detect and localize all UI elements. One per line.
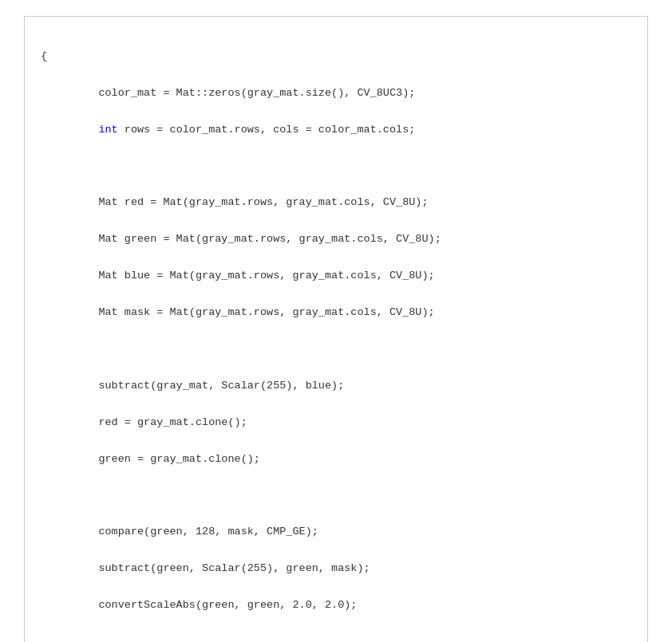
code-line-8 [41, 341, 631, 359]
code-line-14: subtract(green, Scalar(255), green, mask… [41, 560, 631, 578]
code-line-15: convertScaleAbs(green, green, 2.0, 2.0); [41, 597, 631, 615]
code-line-12 [41, 486, 631, 505]
code-line-4: Mat red = Mat(gray_mat.rows, gray_mat.co… [41, 194, 631, 212]
code-line-3 [41, 158, 631, 176]
code-line-13: compare(green, 128, mask, CMP_GE); [41, 523, 631, 542]
code-line-1: color_mat = Mat::zeros(gray_mat.size(), … [41, 85, 631, 103]
code-line-5: Mat green = Mat(gray_mat.rows, gray_mat.… [41, 230, 631, 249]
code-line-10: red = gray_mat.clone(); [41, 414, 631, 432]
code-line-16 [41, 633, 631, 642]
code-line-6: Mat blue = Mat(gray_mat.rows, gray_mat.c… [41, 267, 631, 286]
code-line-0: { [41, 48, 631, 66]
code-line-9: subtract(gray_mat, Scalar(255), blue); [41, 377, 631, 396]
code-line-7: Mat mask = Mat(gray_mat.rows, gray_mat.c… [41, 304, 631, 322]
code-line-2: int rows = color_mat.rows, cols = color_… [41, 121, 631, 140]
code-block: { color_mat = Mat::zeros(gray_mat.size()… [24, 16, 648, 642]
code-line-11: green = gray_mat.clone(); [41, 451, 631, 469]
